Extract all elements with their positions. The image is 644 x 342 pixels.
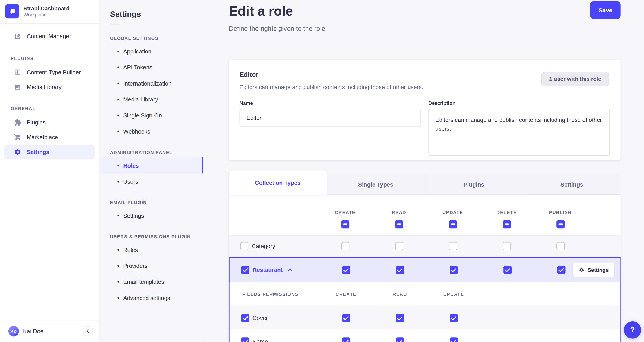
tab-collection-types[interactable]: Collection Types [229,170,326,195]
subnav-item-email-templates[interactable]: Email templates [99,274,203,290]
name-row-checkbox[interactable] [241,337,250,342]
pen-square-icon [14,33,21,40]
sidebar-item-marketplace[interactable]: Marketplace [4,130,94,145]
role-name-input[interactable] [240,109,421,127]
chevron-left-icon [86,329,90,334]
tab-settings[interactable]: Settings [522,174,620,195]
subnav-item-email-settings[interactable]: Settings [99,207,203,223]
cart-icon [14,134,21,141]
tab-single-types[interactable]: Single Types [327,174,425,195]
sidebar-footer: KD Kai Doe [0,320,98,342]
restaurant-read-checkbox[interactable] [396,266,404,274]
help-button[interactable]: ? [624,321,641,339]
gear-icon [14,148,21,156]
subnav-item-single-sign-on[interactable]: Single Sign-On [99,107,203,123]
select-all-publish-checkbox[interactable] [556,220,564,228]
category-publish-checkbox[interactable] [556,242,564,250]
layout-grid-icon [14,69,21,76]
save-button[interactable]: Save [590,1,620,19]
fields-permissions-header-row: FIELDS PERMISSIONS CREATE READ UPDATE [230,282,620,306]
sidebar-item-settings[interactable]: Settings [4,145,94,159]
restaurant-settings-button[interactable]: Settings [572,262,615,277]
collapse-sidebar-button[interactable] [83,326,93,336]
sidebar-section-general: GENERAL [0,106,98,111]
sidebar-item-content-manager[interactable]: Content Manager [4,29,94,44]
restaurant-create-checkbox[interactable] [342,266,350,274]
fields-permissions-heading: FIELDS PERMISSIONS [242,292,298,297]
sidebar-item-plugins[interactable]: Plugins [4,115,94,130]
page-title: Edit a role [229,0,621,19]
category-delete-checkbox[interactable] [502,242,511,250]
permissions-table: CREATE READ UPDATE DELETE PUBLISH Catego… [229,195,621,342]
role-description-input[interactable]: Editors can manage and publish contents … [428,109,610,156]
main-nav: Content Manager PLUGINS Content-Type Bui… [0,24,98,320]
cover-row-checkbox[interactable] [241,314,250,322]
subnav-item-application[interactable]: Application [99,43,203,59]
settings-sidebar: Settings GLOBAL SETTINGS Application API… [99,0,203,342]
puzzle-icon [14,119,21,126]
category-create-checkbox[interactable] [341,242,350,250]
user-name: Kai Doe [23,328,79,334]
strapi-logo-icon [5,4,19,19]
users-with-role-button[interactable]: 1 user with this role [542,72,609,86]
row-label[interactable]: Restaurant [252,266,282,273]
bullet-icon [118,181,119,182]
sidebar-item-content-type-builder[interactable]: Content-Type Builder [4,65,94,80]
subnav-item-api-tokens[interactable]: API Tokens [99,59,203,75]
avatar[interactable]: KD [8,326,19,336]
chevron-up-icon[interactable] [288,267,292,272]
subnav-item-label: Roles [123,246,138,253]
restaurant-publish-checkbox[interactable] [557,266,566,274]
bullet-icon [118,130,119,132]
subnav-item-label: Advanced settings [123,294,170,301]
select-all-read-checkbox[interactable] [395,220,403,228]
subnav-item-webhooks[interactable]: Webhooks [99,123,203,139]
settings-sidebar-title: Settings [99,0,203,19]
name-update-checkbox[interactable] [450,337,458,342]
select-all-create-checkbox[interactable] [341,220,350,228]
sidebar-item-label: Media Library [27,84,62,90]
description-field-group: Description Editors can manage and publi… [428,100,610,157]
table-row-restaurant: Restaurant [230,258,620,282]
subnav-item-label: Media Library [123,96,158,102]
category-update-checkbox[interactable] [449,242,457,250]
subnav-item-label: API Tokens [123,64,152,71]
category-row-checkbox[interactable] [240,242,248,250]
table-row-name: Name [230,329,620,342]
restaurant-delete-checkbox[interactable] [503,266,512,274]
column-header-update: UPDATE [442,210,463,215]
subnav-item-providers[interactable]: Providers [99,258,203,273]
subnav-section-users-permissions-plugin: USERS & PERMISSIONS PLUGIN [99,234,203,239]
divider [110,25,120,25]
select-all-delete-checkbox[interactable] [502,220,511,228]
subnav-item-internationalization[interactable]: Internationalization [99,75,203,91]
subnav-item-label: Email templates [123,278,164,285]
sidebar-item-label: Content-Type Builder [27,69,81,76]
subnav-item-users[interactable]: Users [99,173,203,189]
restaurant-row-checkbox[interactable] [241,266,250,274]
bullet-icon [118,115,119,116]
name-read-checkbox[interactable] [396,337,404,342]
restaurant-update-checkbox[interactable] [450,266,458,274]
subnav-item-advanced-settings[interactable]: Advanced settings [99,290,203,306]
column-header-create: CREATE [335,210,356,215]
image-icon [14,83,21,91]
subnav-item-roles[interactable]: Roles [99,157,203,173]
subnav-item-up-roles[interactable]: Roles [99,242,203,258]
fields-column-update: UPDATE [443,292,464,297]
subnav-item-media-library[interactable]: Media Library [99,91,203,107]
category-read-checkbox[interactable] [395,242,403,250]
workspace-switcher[interactable]: Strapi Dashboard Workplace [0,0,98,24]
tab-plugins[interactable]: Plugins [425,174,522,195]
cover-create-checkbox[interactable] [342,314,350,322]
cover-read-checkbox[interactable] [396,314,404,322]
name-create-checkbox[interactable] [342,337,350,342]
subnav-item-label: Users [123,178,138,185]
page-subtitle: Define the rights given to the role [229,25,621,33]
select-all-update-checkbox[interactable] [449,220,457,228]
sidebar-item-media-library[interactable]: Media Library [4,80,94,95]
bullet-icon [118,98,119,100]
row-label[interactable]: Category [252,243,275,249]
subnav-item-label: Providers [123,262,148,269]
cover-update-checkbox[interactable] [450,314,458,322]
